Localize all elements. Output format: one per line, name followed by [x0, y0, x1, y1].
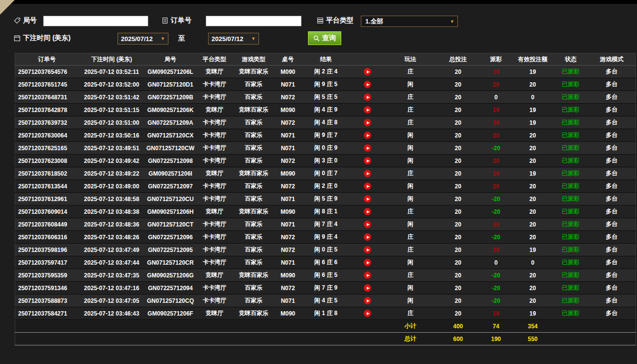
play-icon[interactable] — [364, 259, 371, 266]
play-icon[interactable] — [364, 195, 371, 203]
cell-payout: -20 — [480, 193, 512, 205]
platform-type-select[interactable]: 1.全部 ▼ — [361, 16, 458, 27]
play-icon[interactable] — [364, 106, 371, 114]
cell-game-type: 百家乐 — [233, 295, 275, 307]
cell-play — [351, 104, 385, 116]
order-no-input[interactable] — [206, 16, 302, 26]
cell-game-mode: 多台 — [588, 104, 636, 116]
cell-game-type: 百家乐 — [233, 116, 275, 129]
table-row: 250712037623008 2025-07-12 03:49:42 GN07… — [15, 155, 636, 167]
cell-payout: 20 — [480, 155, 512, 167]
cell-bet-side: 闲 — [385, 282, 436, 295]
date-to-value: 2025/07/12 — [212, 35, 243, 43]
cell-result: 闲 6 庄 6 — [302, 256, 351, 269]
cell-bet-time: 2025-07-12 03:51:15 — [79, 104, 145, 116]
play-icon[interactable] — [364, 246, 371, 253]
play-icon[interactable] — [364, 272, 371, 279]
date-to-button[interactable]: 2025/07/12 ▼ — [208, 33, 259, 45]
cell-valid-bet: 20 — [512, 155, 554, 167]
summary-spacer — [554, 333, 636, 345]
play-icon[interactable] — [364, 170, 371, 177]
play-icon[interactable] — [364, 208, 371, 215]
play-icon[interactable] — [364, 284, 371, 292]
cell-total-bet: 20 — [436, 231, 480, 244]
cell-bet-side: 闲 — [385, 129, 436, 142]
cell-bet-side: 闲 — [385, 180, 436, 193]
total-valid-bet: 550 — [512, 333, 554, 345]
query-button[interactable]: 查询 — [308, 31, 341, 45]
cell-game-mode: 多台 — [588, 256, 636, 269]
cell-result: 闲 7 庄 4 — [302, 218, 351, 231]
cell-game-mode: 多台 — [588, 78, 636, 91]
cell-platform-type: 卡卡湾厅 — [196, 155, 233, 167]
date-from-button[interactable]: 2025/07/12 ▼ — [118, 33, 168, 45]
cell-play — [351, 256, 385, 269]
cell-status: 已派彩 — [554, 155, 588, 167]
cell-status: 已派彩 — [554, 231, 588, 244]
play-icon[interactable] — [364, 233, 371, 241]
col-bet-side: 玩法 — [385, 53, 436, 66]
play-icon[interactable] — [364, 157, 371, 164]
play-icon[interactable] — [364, 182, 371, 190]
cell-table-no: N071 — [275, 78, 302, 91]
table-row: 250712037609014 2025-07-12 03:48:38 GM09… — [15, 205, 636, 218]
total-row: 总计 600 190 550 — [15, 333, 636, 345]
cell-bet-side: 庄 — [385, 269, 436, 282]
summary-spacer — [15, 320, 385, 333]
cell-play — [351, 244, 385, 256]
cell-platform-type: 竞咪厅 — [196, 269, 233, 282]
cell-game-mode: 多台 — [588, 307, 636, 320]
cell-valid-bet: 20 — [512, 282, 554, 295]
cell-play — [351, 180, 385, 193]
platform-type-value: 1.全部 — [365, 17, 383, 26]
cell-result: 闲 4 庄 5 — [302, 295, 351, 307]
cell-result: 闲 5 庄 9 — [302, 193, 351, 205]
play-icon[interactable] — [364, 119, 371, 126]
cell-game-type: 竞咪百家乐 — [233, 66, 275, 78]
cell-game-type: 竞咪百家乐 — [233, 104, 275, 116]
play-icon[interactable] — [364, 297, 371, 304]
cell-total-bet: 20 — [436, 295, 480, 307]
play-icon[interactable] — [364, 144, 371, 152]
cell-payout: -20 — [480, 269, 512, 282]
cell-total-bet: 20 — [436, 282, 480, 295]
cell-game-no: GN0722571209B — [145, 91, 196, 104]
cell-valid-bet: 19 — [512, 307, 554, 320]
cell-bet-time: 2025-07-12 03:49:00 — [79, 180, 145, 193]
cell-status: 已派彩 — [554, 129, 588, 142]
cell-bet-side: 闲 — [385, 256, 436, 269]
cell-platform-type: 卡卡湾厅 — [196, 180, 233, 193]
play-icon[interactable] — [364, 81, 371, 88]
table-row: 250712037618502 2025-07-12 03:49:22 GM09… — [15, 167, 636, 180]
cell-play — [351, 269, 385, 282]
cell-game-mode: 多台 — [588, 116, 636, 129]
cell-bet-side: 庄 — [385, 307, 436, 320]
cell-total-bet: 20 — [436, 218, 480, 231]
play-icon[interactable] — [364, 221, 371, 228]
cell-play — [351, 155, 385, 167]
cell-valid-bet: 20 — [512, 218, 554, 231]
play-icon[interactable] — [364, 93, 371, 101]
game-no-input[interactable] — [43, 16, 148, 26]
cell-table-no: M090 — [275, 269, 302, 282]
play-icon[interactable] — [364, 68, 371, 75]
play-icon[interactable] — [364, 132, 371, 139]
tag-icon — [14, 17, 21, 24]
col-platform-type: 平台类型 — [196, 53, 233, 66]
cell-game-type: 百家乐 — [233, 180, 275, 193]
game-no-label: 局号 — [23, 16, 37, 25]
cell-table-no: N071 — [275, 193, 302, 205]
cell-result: 闲 6 庄 5 — [302, 269, 351, 282]
clipboard-icon — [162, 17, 168, 24]
cell-play — [351, 218, 385, 231]
table-row: 250712037613544 2025-07-12 03:49:00 GN07… — [15, 180, 636, 193]
cell-table-no: N072 — [275, 180, 302, 193]
cell-table-no: N072 — [275, 155, 302, 167]
chevron-down-icon: ▼ — [161, 36, 165, 41]
cell-platform-type: 卡卡湾厅 — [196, 193, 233, 205]
cell-platform-type: 竞咪厅 — [196, 66, 233, 78]
cell-game-mode: 多台 — [588, 269, 636, 282]
cell-play — [351, 307, 385, 320]
play-icon[interactable] — [364, 310, 371, 317]
col-valid-bet: 有效投注额 — [512, 53, 554, 66]
